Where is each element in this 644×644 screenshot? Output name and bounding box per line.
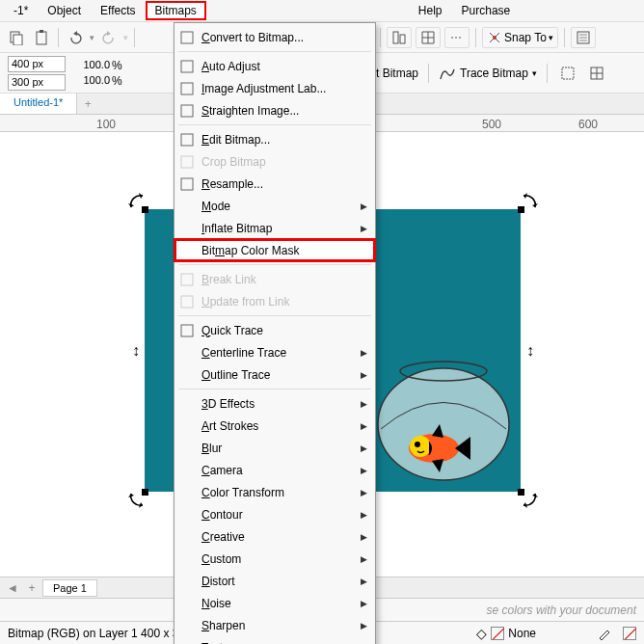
blank-icon — [178, 550, 196, 568]
autoadjust-icon — [178, 58, 196, 75]
menu-item-update-from-link: Update from Link — [174, 290, 375, 312]
menu-separator — [178, 389, 371, 389]
align-icon[interactable] — [387, 27, 412, 48]
menu-item-sharpen[interactable]: Sharpen▶ — [174, 614, 375, 636]
menu-item-contour[interactable]: Contour▶ — [174, 503, 375, 525]
menu-item-texture[interactable]: Texture▶ — [174, 636, 375, 644]
menu-item-bitmap-color-mask[interactable]: Bitmap Color Mask — [174, 239, 375, 261]
menu-item-straighten-image[interactable]: Straighten Image... — [174, 99, 375, 121]
menu-item-convert-to-bitmap[interactable]: Convert to Bitmap... — [174, 26, 375, 48]
undo-icon[interactable] — [65, 27, 86, 48]
menu-item-quick-trace[interactable]: Quick Trace — [174, 319, 375, 341]
blank-icon — [178, 198, 196, 215]
snap-to-button[interactable]: Snap To ▾ — [482, 27, 558, 48]
rotate-handle-bl[interactable] — [128, 491, 146, 508]
page-prev-icon[interactable]: ◄ — [4, 580, 21, 596]
skew-handle-l[interactable]: ↕ — [132, 342, 140, 360]
svg-rect-6 — [400, 35, 405, 43]
submenu-arrow-icon: ▶ — [361, 370, 367, 380]
blank-icon — [178, 506, 196, 523]
menu-item-camera[interactable]: Camera▶ — [174, 459, 375, 481]
width-input[interactable] — [8, 56, 66, 72]
menu-bitmaps[interactable]: Bitmaps — [146, 1, 206, 20]
menu-item-distort[interactable]: Distort▶ — [174, 570, 375, 592]
tab-untitled[interactable]: Untitled-1* — [0, 94, 77, 114]
menu-item-label: Art Strokes — [201, 419, 355, 433]
svg-rect-19 — [181, 83, 193, 94]
rotate-handle-tr[interactable] — [521, 193, 538, 210]
blank-icon — [178, 484, 196, 501]
menu-item-label: Auto Adjust — [201, 60, 367, 73]
outline-none-icon — [623, 627, 636, 640]
blank-icon — [178, 528, 196, 546]
menu-item-label: Bitmap Color Mask — [201, 244, 367, 257]
update-icon — [178, 293, 196, 310]
selection-info: Bitmap (RGB) on Layer 1 400 x 300 — [8, 627, 192, 640]
skew-handle-r[interactable]: ↕ — [526, 342, 534, 360]
svg-point-7 — [493, 36, 496, 40]
menu-item-custom[interactable]: Custom▶ — [174, 548, 375, 570]
rotate-handle-br[interactable] — [521, 491, 538, 508]
crop-icon — [178, 153, 196, 171]
height-input[interactable] — [8, 74, 66, 91]
menu-item-creative[interactable]: Creative▶ — [174, 525, 375, 548]
svg-rect-2 — [37, 32, 46, 44]
menu-item-image-adjustment-lab[interactable]: Image Adjustment Lab... — [174, 77, 375, 99]
trace-icon — [178, 322, 196, 339]
breaklink-icon — [178, 271, 196, 288]
menu-gap — [206, 9, 409, 13]
copy-icon[interactable] — [6, 27, 27, 48]
menu-item-noise[interactable]: Noise▶ — [174, 592, 375, 614]
resample-prop-icon[interactable] — [586, 63, 607, 84]
blank-icon — [178, 242, 196, 259]
menu-item-outline-trace[interactable]: Outline Trace▶ — [174, 363, 375, 386]
menu-item-art-strokes[interactable]: Art Strokes▶ — [174, 415, 375, 437]
blank-icon — [178, 595, 196, 612]
submenu-arrow-icon: ▶ — [361, 510, 367, 520]
menu-item-resample[interactable]: Resample... — [174, 173, 375, 195]
object-size-group — [8, 56, 66, 91]
submenu-arrow-icon: ▶ — [361, 621, 367, 631]
menu-item-label: Update from Link — [201, 295, 367, 309]
redo-icon[interactable] — [98, 27, 120, 48]
svg-rect-3 — [40, 30, 43, 33]
trace-bitmap-button[interactable]: Trace Bitmap ▾ — [439, 66, 537, 81]
menu-purchase[interactable]: Purchase — [452, 2, 521, 19]
pen-icon[interactable] — [598, 627, 611, 640]
menu-item-color-transform[interactable]: Color Transform▶ — [174, 481, 375, 503]
dashline-icon[interactable] — [444, 27, 470, 48]
svg-rect-17 — [181, 32, 193, 43]
grid-icon[interactable] — [416, 27, 441, 48]
menu-item-auto-adjust[interactable]: Auto Adjust — [174, 55, 375, 77]
menu-object[interactable]: Object — [38, 2, 91, 19]
menu-item-label: Creative — [201, 530, 355, 544]
page-tab-1[interactable]: Page 1 — [42, 579, 97, 597]
menu-item-label: 3D Effects — [201, 397, 355, 411]
rotate-handle-tl[interactable] — [128, 193, 146, 210]
menu-item-inflate-bitmap[interactable]: Inflate Bitmap▶ — [174, 217, 375, 239]
menu-item-label: Break Link — [201, 273, 367, 286]
svg-rect-9 — [562, 67, 574, 79]
crop-prop-icon[interactable] — [557, 63, 578, 84]
menu-item-mode[interactable]: Mode▶ — [174, 195, 375, 217]
menu-help[interactable]: Help — [409, 2, 452, 19]
menu-item-edit-bitmap[interactable]: Edit Bitmap... — [174, 128, 375, 150]
svg-rect-24 — [181, 274, 193, 285]
paste-icon[interactable] — [31, 27, 52, 48]
undo-caret[interactable]: ▾ — [90, 33, 94, 42]
blank-icon — [178, 344, 196, 362]
page-add-icon[interactable]: + — [23, 580, 40, 596]
menu-item-blur[interactable]: Blur▶ — [174, 437, 375, 459]
options-icon[interactable] — [571, 27, 596, 48]
svg-rect-22 — [181, 156, 193, 168]
menu-item-centerline-trace[interactable]: Centerline Trace▶ — [174, 341, 375, 363]
menu-separator — [178, 124, 371, 125]
menu-item-3d-effects[interactable]: 3D Effects▶ — [174, 392, 375, 415]
none-swatch-icon — [491, 627, 504, 640]
menu-item-crop-bitmap: Crop Bitmap — [174, 150, 375, 173]
tab-add-icon[interactable]: + — [77, 94, 98, 114]
fill-indicator[interactable]: ◇ None — [476, 626, 536, 641]
hint-text: se colors with your document — [487, 604, 636, 617]
menu-item-label: Inflate Bitmap — [201, 222, 355, 235]
menu-effects[interactable]: Effects — [91, 2, 145, 19]
